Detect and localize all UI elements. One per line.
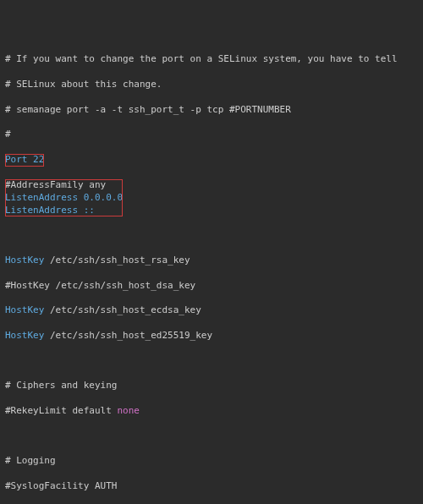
rekeylimit-key: #RekeyLimit <box>5 405 67 416</box>
addressfamily-comment: #AddressFamily any <box>5 179 106 190</box>
hostkey-keyword: HostKey <box>5 304 44 315</box>
rekeylimit-none: none <box>117 405 140 416</box>
blank-line <box>5 430 418 443</box>
rekeylimit-default: default <box>67 405 118 416</box>
addressfamily-line: #AddressFamily any ListenAddress 0.0.0.0… <box>5 179 418 217</box>
comment-line: # If you want to change the port on a SE… <box>5 53 418 66</box>
hostkey-ecdsa-path: /etc/ssh/ssh_host_ecdsa_key <box>44 304 201 315</box>
hostkey-rsa-line: HostKey /etc/ssh/ssh_host_rsa_key <box>5 255 418 267</box>
hostkey-keyword: HostKey <box>5 330 44 341</box>
hostkey-dsa-line: #HostKey /etc/ssh/ssh_host_dsa_key <box>5 280 418 293</box>
hostkey-ed25519-line: HostKey /etc/ssh/ssh_host_ed25519_key <box>5 330 418 342</box>
hostkey-keyword: HostKey <box>5 255 44 266</box>
hostkey-ecdsa-line: HostKey /etc/ssh/ssh_host_ecdsa_key <box>5 304 418 317</box>
rekeylimit-line: #RekeyLimit default none <box>5 405 418 418</box>
port-directive: Port 22 <box>5 154 44 165</box>
hostkey-rsa-path: /etc/ssh/ssh_host_rsa_key <box>44 255 190 266</box>
comment-line: # semanage port -a -t ssh_port_t -p tcp … <box>5 104 418 117</box>
blank-line <box>5 229 418 242</box>
hostkey-ed25519-path: /etc/ssh/ssh_host_ed25519_key <box>44 330 212 341</box>
port-line: Port 22 <box>5 154 418 167</box>
logging-header: # Logging <box>5 455 418 468</box>
ciphers-header: # Ciphers and keying <box>5 380 418 392</box>
listenaddress-v4: ListenAddress 0.0.0.0 <box>5 192 123 203</box>
listenaddress-v6: ListenAddress :: <box>5 205 95 216</box>
blank-line <box>5 355 418 368</box>
comment-line: # <box>5 129 418 141</box>
syslogfacility-auth-line: #SyslogFacility AUTH <box>5 480 418 493</box>
comment-line: # SELinux about this change. <box>5 79 418 91</box>
